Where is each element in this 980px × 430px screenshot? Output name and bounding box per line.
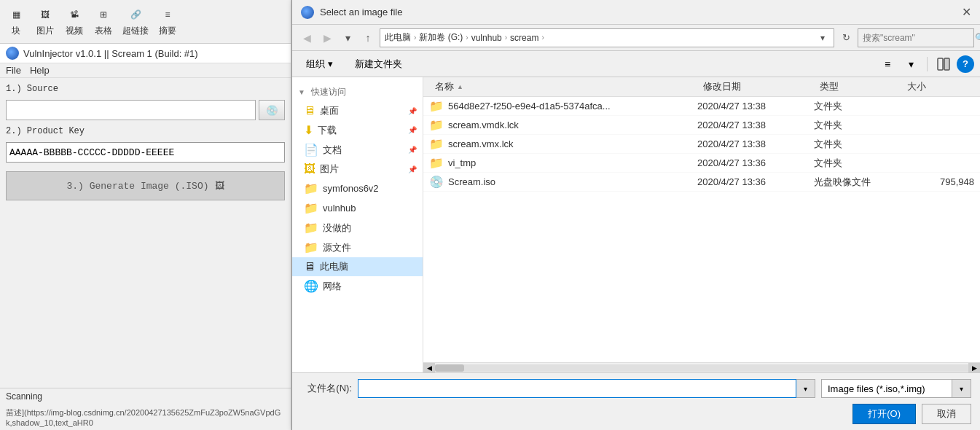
- horizontal-scrollbar[interactable]: ◀ ▶: [423, 362, 980, 372]
- col-type[interactable]: 类型: [814, 77, 901, 96]
- organize-button[interactable]: 组织 ▾: [298, 54, 341, 74]
- app-globe-icon: [6, 47, 19, 60]
- summary-icon: ≡: [157, 6, 178, 23]
- product-key-input[interactable]: [6, 142, 285, 163]
- cancel-button[interactable]: 取消: [922, 404, 971, 424]
- view-dropdown-button[interactable]: ▾: [901, 54, 921, 74]
- file-row[interactable]: 📁 564d8e27-f250-e9e4-d1a5-5374afca... 20…: [423, 97, 980, 116]
- file-row[interactable]: 📁 scream.vmdk.lck 2020/4/27 13:38 文件夹: [423, 116, 980, 135]
- file-row[interactable]: 💿 Scream.iso 2020/4/27 13:36 光盘映像文件 795,…: [423, 173, 980, 192]
- col-name-sort-icon: ▲: [457, 83, 463, 90]
- menu-file[interactable]: File: [6, 65, 21, 76]
- scroll-track: [435, 364, 968, 372]
- address-segment-vulnhub: vulnhub: [471, 33, 502, 43]
- main-content: 1.) Source 💿 2.) Product Key 3.) Generat…: [0, 78, 291, 206]
- file-row[interactable]: 📁 scream.vmx.lck 2020/4/27 13:38 文件夹: [423, 135, 980, 154]
- file-date-1: 2020/4/27 13:38: [697, 120, 814, 130]
- help-button[interactable]: ?: [957, 55, 974, 73]
- nav-item-network[interactable]: 🌐 网络: [292, 276, 423, 296]
- file-date-2: 2020/4/27 13:38: [697, 138, 814, 149]
- file-type-2: 文件夹: [814, 138, 901, 151]
- address-arrow-2: ›: [466, 34, 468, 42]
- nav-item-pictures[interactable]: 🖼 图片 📌: [292, 160, 423, 179]
- generate-icon: 🖼: [215, 181, 224, 192]
- toolbar-block-label: 块: [12, 25, 20, 37]
- search-input[interactable]: [863, 33, 972, 43]
- link-icon: 🔗: [125, 6, 146, 23]
- nav-item-desktop[interactable]: 🖥 桌面 📌: [292, 101, 423, 120]
- toolbar-separator: [927, 57, 928, 71]
- file-list-area: 名称 ▲ 修改日期 类型 大小 📁 564d8e27-f250-e9e4-d: [423, 77, 980, 372]
- file-row[interactable]: 📁 vi_tmp 2020/4/27 13:36 文件夹: [423, 154, 980, 173]
- source-browse-button[interactable]: 💿: [259, 100, 285, 120]
- status-text: Scanning: [6, 391, 42, 402]
- toolbar-summary[interactable]: ≡ 摘要: [157, 6, 178, 37]
- new-folder-button[interactable]: 新建文件夹: [347, 54, 410, 74]
- nav-item-this-pc[interactable]: 🖥 此电脑: [292, 257, 423, 276]
- app-bar: VulnInjector v1.0.1 || Scream 1 (Build: …: [0, 44, 291, 63]
- file-type-1: 文件夹: [814, 119, 901, 132]
- col-date[interactable]: 修改日期: [697, 77, 814, 96]
- nav-up-button[interactable]: ↑: [359, 29, 377, 47]
- nav-item-source[interactable]: 📁 源文件: [292, 238, 423, 257]
- documents-pin-icon: 📌: [408, 146, 417, 154]
- nav-item-vulnhub[interactable]: 📁 vulnhub: [292, 198, 423, 218]
- file-type-4: 光盘映像文件: [814, 176, 901, 189]
- scroll-left-button[interactable]: ◀: [423, 363, 435, 373]
- toolbar-right: ≡ ▾ ?: [877, 54, 974, 74]
- nav-item-downloads[interactable]: ⬇ 下载 📌: [292, 120, 423, 140]
- scroll-right-button[interactable]: ▶: [968, 363, 980, 373]
- search-box: 🔍: [858, 28, 974, 47]
- view-list-button[interactable]: ≡: [877, 54, 898, 74]
- toolbar-video[interactable]: 📽 视频: [64, 6, 85, 37]
- nav-forward-button[interactable]: ▶: [318, 29, 336, 47]
- filetype-group: Image files (*.iso,*.img) ▾: [821, 379, 971, 398]
- nav-quick-access-header: ▼ 快速访问: [292, 83, 423, 101]
- nav-item-documents[interactable]: 📄 文档 📌: [292, 140, 423, 160]
- file-list: 📁 564d8e27-f250-e9e4-d1a5-5374afca... 20…: [423, 97, 980, 362]
- toolbar-table[interactable]: ⊞ 表格: [93, 6, 114, 37]
- dialog-nav-bar: ◀ ▶ ▾ ↑ 此电脑 › 新加卷 (G:) › vulnhub › screa…: [292, 25, 980, 51]
- nav-pictures-label: 图片: [320, 163, 404, 176]
- filename-input[interactable]: [358, 379, 796, 398]
- new-folder-label: 新建文件夹: [355, 58, 402, 71]
- folder-icon-0: 📁: [429, 99, 444, 113]
- address-dropdown-button[interactable]: ▾: [816, 31, 829, 44]
- col-size[interactable]: 大小: [901, 77, 974, 96]
- filename-dropdown-button[interactable]: ▾: [796, 379, 815, 398]
- toolbar-image[interactable]: 🖼 图片: [35, 6, 55, 37]
- file-list-header: 名称 ▲ 修改日期 类型 大小: [423, 77, 980, 97]
- quick-access-expand-icon: ▼: [298, 88, 307, 96]
- menu-help[interactable]: Help: [30, 65, 50, 76]
- dialog-close-button[interactable]: ✕: [962, 7, 971, 18]
- toolbar-link[interactable]: 🔗 超链接: [122, 6, 149, 37]
- filename-row: 文件名(N): ▾ Image files (*.iso,*.img) ▾: [301, 379, 971, 398]
- nav-notdone-label: 没做的: [323, 222, 417, 235]
- nav-recent-button[interactable]: ▾: [339, 29, 356, 47]
- generate-button[interactable]: 3.) Generate Image (.ISO) 🖼: [6, 171, 285, 200]
- source-input[interactable]: [6, 100, 256, 120]
- pane-button[interactable]: [933, 54, 954, 74]
- file-name-4: 💿 Scream.iso: [429, 175, 697, 189]
- organize-dropdown-icon: ▾: [328, 58, 333, 69]
- toolbar-block[interactable]: ▦ 块: [6, 6, 26, 37]
- network-icon: 🌐: [304, 279, 318, 293]
- scroll-thumb[interactable]: [435, 364, 464, 372]
- nav-item-notdone[interactable]: 📁 没做的: [292, 218, 423, 238]
- address-refresh-button[interactable]: ↻: [837, 28, 855, 47]
- nav-item-symfonos[interactable]: 📁 symfonos6v2: [292, 179, 423, 198]
- this-pc-icon: 🖥: [304, 260, 315, 273]
- col-name[interactable]: 名称 ▲: [429, 77, 697, 96]
- file-name-2: 📁 scream.vmx.lck: [429, 137, 697, 151]
- downloads-folder-icon: ⬇: [304, 123, 313, 137]
- file-date-3: 2020/4/27 13:36: [697, 157, 814, 168]
- open-button[interactable]: 打开(O): [852, 404, 916, 424]
- address-bar: 此电脑 › 新加卷 (G:) › vulnhub › scream › ▾: [380, 28, 834, 47]
- toolbar-summary-label: 摘要: [159, 25, 176, 37]
- address-segment-pc: 此电脑: [385, 31, 411, 44]
- nav-back-button[interactable]: ◀: [298, 29, 315, 47]
- filetype-dropdown-button[interactable]: ▾: [952, 379, 971, 398]
- filename-label: 文件名(N):: [301, 382, 352, 395]
- file-date-4: 2020/4/27 13:36: [697, 176, 814, 187]
- pictures-pin-icon: 📌: [408, 165, 417, 173]
